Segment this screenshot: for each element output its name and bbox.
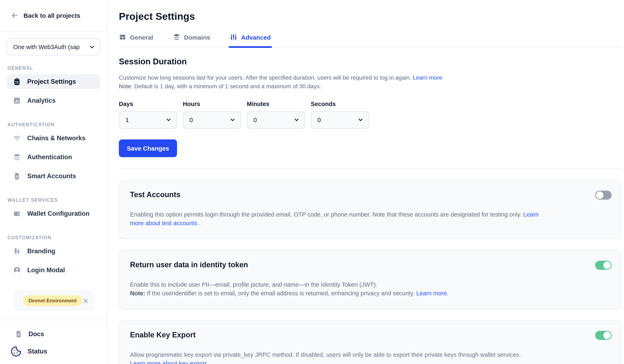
note-label: Note: <box>119 83 133 89</box>
test-accounts-toggle[interactable] <box>595 191 612 200</box>
card-description: Enabling this option permits login throu… <box>130 210 548 228</box>
tab-label: General <box>130 34 153 41</box>
section-label-general: GENERAL <box>7 66 100 71</box>
sidebar-item-smart-accounts[interactable]: Smart Accounts <box>7 169 100 184</box>
sidebar-item-label: Authentication <box>27 153 72 161</box>
environment-badge: Devnet Environment <box>23 295 82 306</box>
clipboard-icon <box>13 77 21 86</box>
chevron-down-icon <box>165 116 172 123</box>
session-duration-title: Session Duration <box>119 57 621 66</box>
days-value: 1 <box>126 116 129 123</box>
web3auth-dashboard: Back to all projects One with Web3Auth (… <box>0 0 624 364</box>
sidebar-item-chains-networks[interactable]: Chains & Networks <box>7 131 100 146</box>
back-label: Back to all projects <box>24 12 80 19</box>
footer-item-label: Status <box>28 348 47 355</box>
sidebar-item-label: Branding <box>27 247 55 255</box>
card-description: Allow programmatic key export via privat… <box>130 351 611 364</box>
tab-label: Advanced <box>241 34 270 41</box>
status-cookie-icon <box>10 346 22 357</box>
learn-more-identity-link[interactable]: Learn more. <box>416 290 448 296</box>
tab-bar: General Domains Advanced <box>119 33 621 48</box>
wifi-icon <box>13 134 21 142</box>
days-field: Days 1 <box>119 100 178 128</box>
session-duration-description: Customize how long sessions last for you… <box>119 73 621 91</box>
minutes-field: Minutes 0 <box>247 100 305 128</box>
seconds-field: Seconds 0 <box>311 100 369 128</box>
close-icon[interactable] <box>82 297 89 304</box>
hours-value: 0 <box>189 116 193 123</box>
sidebar: Back to all projects One with Web3Auth (… <box>0 0 107 364</box>
sidebar-item-authentication[interactable]: Authentication <box>7 150 100 165</box>
chevron-down-icon <box>293 116 300 123</box>
main-content: Project Settings General Domains Advance… <box>107 0 624 364</box>
days-label: Days <box>119 100 178 107</box>
minutes-value: 0 <box>253 116 257 123</box>
seconds-value: 0 <box>317 116 321 123</box>
note-label: Note: <box>130 290 145 296</box>
key-export-toggle[interactable] <box>595 331 612 340</box>
section-label-customization: CUSTOMIZATION <box>7 235 100 240</box>
card-description: Enable this to include user PII—email, p… <box>130 280 611 298</box>
tab-label: Domains <box>184 34 210 41</box>
docs-icon <box>14 330 23 338</box>
table-grid-icon <box>119 33 126 41</box>
tab-domains[interactable]: Domains <box>173 33 210 47</box>
bar-chart-icon <box>13 97 21 105</box>
environment-panel: Devnet Environment <box>13 290 94 311</box>
back-to-all-projects-link[interactable]: Back to all projects <box>0 0 107 31</box>
sidebar-item-label: Chains & Networks <box>27 134 86 142</box>
key-export-card: Enable Key Export Allow programmatic key… <box>119 320 621 364</box>
back-arrow-icon <box>11 12 19 19</box>
wallet-icon <box>13 210 21 218</box>
minutes-select[interactable]: 0 <box>247 111 305 128</box>
card-title: Enable Key Export <box>130 331 611 340</box>
tab-general[interactable]: General <box>119 33 153 47</box>
tab-advanced[interactable]: Advanced <box>230 33 270 47</box>
toggle-knob <box>603 262 611 269</box>
toggle-knob <box>603 332 611 339</box>
sliders-icon <box>230 33 237 41</box>
learn-more-key-export-link[interactable]: Learn more about key export. <box>130 360 208 364</box>
sidebar-item-docs[interactable]: Docs <box>0 325 107 343</box>
sidebar-item-status[interactable]: Status <box>0 343 107 360</box>
learn-more-link[interactable]: Learn more <box>413 74 442 81</box>
minutes-label: Minutes <box>247 100 305 107</box>
test-accounts-card: Test Accounts Enabling this option permi… <box>119 180 621 239</box>
database-icon <box>173 33 180 41</box>
sidebar-footer: Docs Status <box>0 320 107 364</box>
sidebar-item-project-settings[interactable]: Project Settings <box>7 74 100 89</box>
sidebar-item-branding[interactable]: Branding <box>7 244 100 259</box>
sidebar-item-login-modal[interactable]: Login Modal <box>7 263 100 278</box>
hours-label: Hours <box>183 100 241 107</box>
brand-swatch-icon <box>13 247 21 255</box>
user-circle-icon <box>13 266 21 274</box>
chevron-down-icon <box>357 116 364 123</box>
sidebar-body: One with Web3Auth (sap GENERAL Project S… <box>0 31 107 320</box>
days-select[interactable]: 1 <box>119 111 178 128</box>
hours-field: Hours 0 <box>183 100 241 128</box>
chevron-down-icon <box>88 43 96 50</box>
toggle-knob <box>596 191 603 199</box>
identity-token-toggle[interactable] <box>595 261 612 270</box>
sidebar-item-label: Login Modal <box>27 267 65 274</box>
sidebar-item-label: Smart Accounts <box>27 172 76 180</box>
divider <box>119 168 621 169</box>
sidebar-item-label: Analytics <box>27 97 56 104</box>
seconds-select[interactable]: 0 <box>311 111 369 128</box>
card-title: Test Accounts <box>130 191 611 199</box>
sidebar-item-label: Wallet Configuration <box>27 210 90 217</box>
sidebar-item-label: Project Settings <box>27 78 76 85</box>
project-selector[interactable]: One with Web3Auth (sap <box>7 38 100 55</box>
save-changes-button[interactable]: Save Changes <box>119 139 177 157</box>
database-icon <box>13 153 21 161</box>
document-icon <box>13 172 21 180</box>
duration-fields: Days 1 Hours 0 Minutes 0 <box>119 100 621 128</box>
sidebar-item-wallet-configuration[interactable]: Wallet Configuration <box>7 206 100 221</box>
identity-token-card: Return user data in identity token Enabl… <box>119 250 621 309</box>
page-title: Project Settings <box>119 11 621 22</box>
hours-select[interactable]: 0 <box>183 111 241 128</box>
sidebar-item-analytics[interactable]: Analytics <box>7 93 100 108</box>
footer-item-label: Docs <box>28 330 44 338</box>
seconds-label: Seconds <box>311 100 369 107</box>
project-selector-value: One with Web3Auth (sap <box>13 44 88 50</box>
